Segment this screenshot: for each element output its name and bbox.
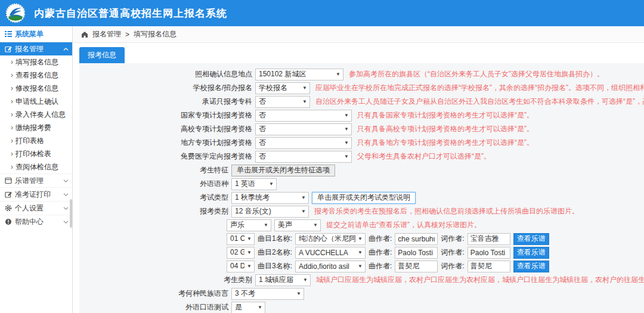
form-row-exam-type: 考试类型 1 秋季统考 ▼ 单击展开或关闭考试类型说明 (79, 191, 644, 204)
sidebar-scrollbar[interactable] (70, 199, 72, 228)
breadcrumb-root[interactable]: 报名管理 (92, 29, 121, 39)
edit-icon (5, 45, 12, 52)
sidebar-item-view-registration[interactable]: 查看报名信息 (0, 69, 72, 82)
dropdown-arrow-icon: ▼ (302, 99, 307, 104)
junior-college-only-select[interactable]: 否 ▼ (255, 96, 310, 108)
dropdown-arrow-icon: ▼ (258, 305, 262, 310)
app-window: 内蒙古自治区普通高校招生网上报名系统 系统菜单 (0, 0, 644, 313)
song3-lyricist-input[interactable] (467, 261, 510, 272)
field-label: 报考类别 (79, 206, 228, 216)
form-row-national-special-plan: 国家专项计划报考资格 否 ▼ 只有具备国家专项计划报考资格的考生才可以选择“是”… (79, 109, 644, 122)
form-row-foreign-language: 外语语种 1 英语 ▼ (79, 177, 644, 191)
dropdown-arrow-icon: ▼ (344, 140, 349, 145)
lyricist-label: 词作者: (441, 247, 464, 258)
sidebar-section-personal-settings[interactable]: 个人设置 (0, 201, 72, 215)
form-row-local-special-plan: 地方专项计划报考资格 否 ▼ 只有具备地方专项计划报考资格的考生才可以选择“是”… (79, 136, 644, 150)
field-label: 考生特征 (79, 165, 228, 175)
song1-lyricist-input[interactable] (467, 233, 510, 245)
chevron-up-icon (63, 47, 69, 51)
field-label: 考试类型 (79, 193, 228, 203)
dropdown-arrow-icon: ▼ (301, 195, 306, 200)
dropdown-arrow-icon: ▼ (301, 209, 306, 214)
gear-icon (5, 204, 12, 212)
song2-view-score-button[interactable]: 查看乐谱 (513, 247, 549, 259)
breadcrumb-current: 填写报名信息 (134, 29, 177, 39)
dropdown-arrow-icon: ▼ (313, 222, 318, 228)
form-row-song-1: 01 C调 ▼ 曲目1名称: 纯洁的心（米尼阿日德音斯 ▼ 曲作者: 词作者: … (227, 232, 644, 246)
song1-key-select[interactable]: 01 C调 ▼ (227, 233, 255, 245)
national-special-plan-select[interactable]: 否 ▼ (255, 110, 352, 122)
dropdown-arrow-icon: ▼ (303, 277, 308, 283)
apply-category-select[interactable]: 12 音乐(文) ▼ (231, 206, 309, 218)
sidebar-item-print-form[interactable]: 打印表格 (0, 134, 72, 147)
local-special-plan-select[interactable]: 否 ▼ (255, 137, 352, 149)
song3-key-select[interactable]: 04 D调 ▼ (227, 261, 255, 272)
dropdown-arrow-icon: ▼ (358, 250, 363, 255)
info-icon (5, 218, 12, 225)
sidebar-menu-title: 系统菜单 (15, 29, 44, 39)
field-hint: 参加高考所在的旗县区（“自治区外来务工人员子女”选择父母居住地旗县招办）。 (349, 69, 604, 79)
field-hint: 只有具备国家专项计划报考资格的考生才可以选择“是”。 (357, 110, 534, 120)
form-row-school-or-office: 学校报名/招办报名 学校报名 ▼ 应届毕业生在学校所在地完成正式报名的选择“学校… (79, 81, 644, 95)
dropdown-arrow-icon: ▼ (247, 264, 252, 269)
sidebar-submenu-registration: 填写报名信息 查看报名信息 修改报名信息 申请线上确认 录入伴奏人信息 缴纳报考… (0, 55, 72, 173)
song2-key-select[interactable]: 02 G调 ▼ (227, 247, 255, 259)
form-row-photo-location: 照相确认信息地点 150102 新城区 ▼ 参加高考所在的旗县区（“自治区外来务… (79, 67, 644, 81)
field-label: 考生类别 (79, 275, 252, 285)
form-row-university-special-plan: 高校专项计划报考资格 否 ▼ 只有具备高校专项计划报考资格的考生才可以选择“是”… (79, 122, 644, 136)
field-label: 承诺只报考专科 (79, 97, 252, 107)
exam-type-select[interactable]: 1 秋季统考 ▼ (231, 192, 309, 204)
sidebar-section-help-center[interactable]: 帮助中心 (0, 215, 72, 228)
candidate-category-select[interactable]: 1 城镇应届 ▼ (255, 274, 311, 286)
menu-grid-icon (5, 30, 12, 38)
field-hint: 报考音乐类的考生在预报名后，照相确认信息前须选择或上传所填曲目的乐谱图片。 (314, 206, 579, 216)
sidebar-item-view-physical-info[interactable]: 查阅体检信息 (0, 160, 72, 173)
song3-view-score-button[interactable]: 查看乐谱 (513, 261, 549, 272)
dropdown-arrow-icon: ▼ (344, 154, 349, 159)
music-type-select[interactable]: 声乐 ▼ (227, 219, 271, 231)
dropdown-arrow-icon: ▼ (344, 126, 349, 132)
form-row-junior-college-only: 承诺只报考专科 否 ▼ 自治区外来务工人员随迁子女及户籍从自治区外迁入我自治区考… (79, 95, 644, 109)
song1-name-select[interactable]: 纯洁的心（米尼阿日德音斯 ▼ (295, 233, 366, 245)
photo-location-select[interactable]: 150102 新城区 ▼ (255, 69, 343, 80)
sidebar-item-accompanist-info[interactable]: 录入伴奏人信息 (0, 108, 72, 121)
field-label: 高校专项计划报考资格 (79, 124, 252, 134)
music-subtype-select[interactable]: 美声 ▼ (274, 219, 321, 231)
sidebar-section-registration[interactable]: 报名管理 (0, 42, 72, 55)
university-special-plan-select[interactable]: 否 ▼ (255, 123, 352, 135)
field-hint: 只有具备地方专项计划报考资格的考生才可以选择“是”。 (357, 138, 534, 148)
song3-composer-input[interactable] (395, 261, 438, 272)
foreign-language-select[interactable]: 1 英语 ▼ (231, 178, 277, 190)
ethnic-language-select[interactable]: 3 不考 ▼ (231, 288, 304, 300)
field-label: 照相确认信息地点 (79, 69, 252, 79)
exam-type-info-button[interactable]: 单击展开或关闭考试类型说明 (312, 192, 416, 204)
app-logo-icon (5, 3, 26, 23)
song2-composer-input[interactable] (395, 247, 438, 259)
song2-lyricist-input[interactable] (467, 247, 510, 259)
oral-test-select[interactable]: 是 ▼ (231, 302, 265, 313)
content-area: 报考信息 照相确认信息地点 150102 新城区 ▼ 参加高考所在的旗县区（“自… (73, 43, 644, 313)
tab-apply-info[interactable]: 报考信息 (79, 47, 125, 63)
sidebar-item-print-physical-form[interactable]: 打印体检表 (0, 147, 72, 160)
sidebar-item-apply-online-confirm[interactable]: 申请线上确认 (0, 95, 72, 108)
main-area: 报名管理 > 填写报名信息 报考信息 照相确认信息地点 150102 新城区 ▼… (73, 26, 644, 313)
chevron-down-icon (63, 220, 69, 224)
sidebar-item-modify-registration[interactable]: 修改报名信息 (0, 82, 72, 95)
dropdown-arrow-icon: ▼ (264, 222, 268, 228)
sidebar-section-label: 报名管理 (15, 44, 60, 54)
song1-view-score-button[interactable]: 查看乐谱 (513, 233, 549, 245)
dropdown-arrow-icon: ▼ (302, 85, 307, 91)
sidebar-item-fill-registration[interactable]: 填写报名信息 (0, 55, 72, 69)
sidebar-section-admission-ticket[interactable]: 准考证打印 (0, 187, 72, 201)
song1-composer-input[interactable] (395, 233, 438, 245)
candidate-traits-toggle-button[interactable]: 单击展开或关闭考生特征选项 (231, 165, 335, 176)
field-label: 免费医学定向报考资格 (79, 151, 252, 162)
breadcrumb-separator: > (125, 30, 129, 39)
free-medical-select[interactable]: 否 ▼ (255, 151, 352, 163)
school-or-office-select[interactable]: 学校报名 ▼ (255, 82, 310, 94)
song2-name-select[interactable]: A VUCCHELLA ▼ (295, 247, 366, 259)
song3-name-select[interactable]: Addio,fiorito asil ▼ (295, 261, 366, 272)
sidebar-section-sheet-music[interactable]: 乐谱管理 (0, 173, 72, 187)
song3-name-label: 曲目3名称: (258, 261, 292, 271)
sidebar-item-pay-fee[interactable]: 缴纳报考费 (0, 121, 72, 134)
